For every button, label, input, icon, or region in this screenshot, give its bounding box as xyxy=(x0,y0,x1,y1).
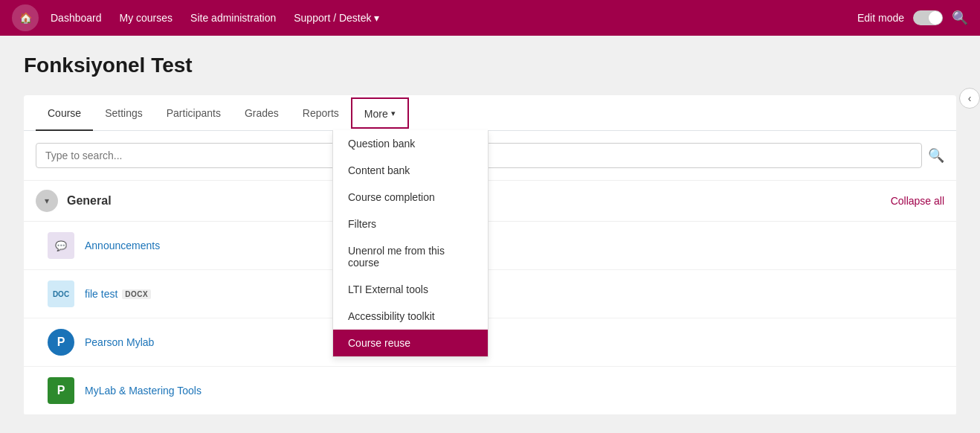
nav-site-administration[interactable]: Site administration xyxy=(190,12,276,24)
list-item: P MyLab & Mastering Tools xyxy=(24,367,956,415)
section-header: ▾ General Collapse all xyxy=(24,181,956,222)
chevron-down-icon: ▾ xyxy=(45,196,49,206)
announce-icon: 💬 xyxy=(48,232,74,259)
dropdown-filters[interactable]: Filters xyxy=(333,211,488,237)
more-label: More xyxy=(364,108,388,120)
doc-icon-symbol: DOC xyxy=(53,290,69,298)
tab-bar: Course Settings Participants Grades Repo… xyxy=(24,95,956,131)
dropdown-unenrol[interactable]: Unenrol me from this course xyxy=(333,237,488,276)
dropdown-accessibility[interactable]: Accessibility toolkit xyxy=(333,303,488,330)
edit-mode-label: Edit mode xyxy=(857,12,904,24)
tab-more-button[interactable]: More ▾ xyxy=(351,97,409,129)
announce-icon-symbol: 💬 xyxy=(55,240,67,251)
content-box: Course Settings Participants Grades Repo… xyxy=(24,95,956,415)
edit-mode-toggle[interactable] xyxy=(913,10,943,25)
list-item: DOC file test DOCX xyxy=(24,270,956,318)
page-title: Fonksiyonel Test xyxy=(24,54,956,77)
more-chevron-icon: ▾ xyxy=(391,109,396,118)
tab-course[interactable]: Course xyxy=(36,95,93,131)
nav-support[interactable]: Support / Destek ▾ xyxy=(294,12,379,24)
dropdown-course-reuse[interactable]: Course reuse xyxy=(333,330,488,356)
announcements-link[interactable]: Announcements xyxy=(85,240,160,251)
file-test-badge: DOCX xyxy=(122,289,151,299)
collapse-sidebar-button[interactable]: ‹ xyxy=(959,88,980,109)
nav-dashboard[interactable]: Dashboard xyxy=(51,12,102,24)
topnav-right: Edit mode 🔍 xyxy=(857,10,968,26)
search-bar-row: 🔍 xyxy=(24,131,956,181)
file-test-link[interactable]: file test xyxy=(85,288,117,300)
dropdown-content-bank[interactable]: Content bank xyxy=(333,157,488,184)
doc-icon: DOC xyxy=(48,280,74,307)
dropdown-question-bank[interactable]: Question bank xyxy=(333,130,488,157)
more-dropdown: Question bank Content bank Course comple… xyxy=(332,130,489,357)
pearson-mylab-link[interactable]: Pearson Mylab xyxy=(85,336,154,348)
tab-settings[interactable]: Settings xyxy=(93,95,155,131)
tab-grades[interactable]: Grades xyxy=(233,95,291,131)
topnav-search-icon[interactable]: 🔍 xyxy=(952,10,968,26)
nav-my-courses[interactable]: My courses xyxy=(120,12,173,24)
nav-links: Dashboard My courses Site administration… xyxy=(51,12,857,24)
mylab-icon-symbol: P xyxy=(57,384,65,397)
tab-participants[interactable]: Participants xyxy=(155,95,233,131)
home-icon: 🏠 xyxy=(19,12,32,24)
home-button[interactable]: 🏠 xyxy=(12,4,39,31)
section-toggle-button[interactable]: ▾ xyxy=(36,190,58,212)
section-title: General xyxy=(67,194,112,208)
mylab-mastering-link[interactable]: MyLab & Mastering Tools xyxy=(85,385,202,397)
top-navigation: 🏠 Dashboard My courses Site administrati… xyxy=(0,0,980,36)
mylab-icon: P xyxy=(48,377,74,404)
search-button[interactable]: 🔍 xyxy=(928,147,944,164)
dropdown-lti-external[interactable]: LTI External tools xyxy=(333,276,488,303)
list-item: 💬 Announcements xyxy=(24,222,956,270)
list-item: P Pearson Mylab xyxy=(24,318,956,367)
tab-reports[interactable]: Reports xyxy=(291,95,351,131)
dropdown-course-completion[interactable]: Course completion xyxy=(333,184,488,211)
collapse-all-button[interactable]: Collapse all xyxy=(891,195,944,207)
main-wrapper: Fonksiyonel Test Course Settings Partici… xyxy=(0,36,980,433)
pearson-icon-symbol: P xyxy=(57,336,65,349)
pearson-icon: P xyxy=(48,329,74,356)
